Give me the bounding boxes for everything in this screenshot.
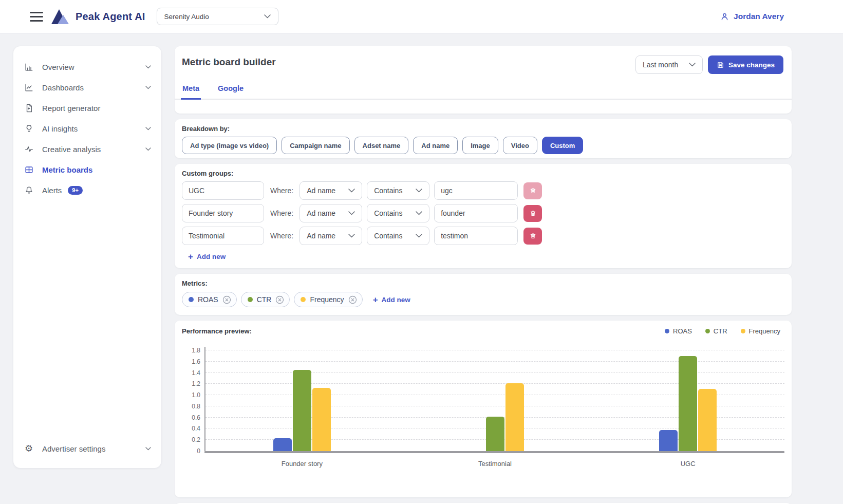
custom-groups-label: Custom groups:: [182, 170, 784, 177]
chevron-down-icon: [145, 86, 151, 89]
client-selector-value: Serenity Audio: [164, 13, 209, 21]
remove-metric-icon[interactable]: [222, 295, 231, 304]
legend-color-dot: [741, 329, 745, 333]
gear-icon: ⚙: [24, 444, 34, 453]
app-name: Peak Agent AI: [76, 11, 145, 23]
metric-color-dot: [189, 297, 194, 302]
remove-metric-icon[interactable]: [348, 295, 357, 304]
save-changes-button[interactable]: Save changes: [708, 55, 783, 74]
remove-metric-icon[interactable]: [275, 295, 284, 304]
custom-groups-card: Custom groups: Where: Ad name Contains W…: [175, 164, 792, 268]
preview-label: Performance preview:: [182, 327, 252, 335]
date-range-selector[interactable]: Last month: [635, 55, 703, 74]
document-icon: [24, 103, 34, 113]
breakdown-video[interactable]: Video: [503, 137, 537, 154]
field-select[interactable]: Ad name: [299, 181, 362, 200]
match-value-input[interactable]: [434, 181, 518, 200]
grid-icon: [24, 165, 34, 175]
sidebar-nav: Overview Dashboards Report generator AI …: [24, 57, 151, 438]
group-name-input[interactable]: [182, 227, 264, 245]
user-menu[interactable]: Jordan Avery: [720, 12, 784, 22]
sidebar-item-metric-boards[interactable]: Metric boards: [24, 159, 151, 180]
operator-select[interactable]: Contains: [367, 227, 429, 245]
field-select[interactable]: Ad name: [299, 204, 362, 222]
user-icon: [720, 12, 729, 22]
bar-ctr: [679, 356, 697, 451]
y-tick-label: 0: [182, 447, 200, 455]
chevron-down-icon: [416, 234, 422, 238]
board-header-card: Metric board builder Last month Save cha…: [175, 46, 792, 114]
trash-icon: [530, 187, 536, 194]
bell-icon: [24, 185, 34, 195]
chevron-down-icon: [145, 127, 151, 130]
delete-group-button[interactable]: [523, 228, 542, 245]
x-category-label: Testimonial: [399, 460, 592, 468]
custom-group-row: Where: Ad name Contains: [182, 227, 784, 245]
sidebar-item-overview[interactable]: Overview: [24, 57, 151, 77]
sidebar-item-ai-insights[interactable]: AI insights: [24, 118, 151, 139]
breakdown-campaign-name[interactable]: Campaign name: [282, 137, 349, 154]
breakdown-custom[interactable]: Custom: [542, 137, 583, 154]
operator-select[interactable]: Contains: [367, 204, 429, 222]
sidebar-item-advertiser-settings[interactable]: ⚙ Advertiser settings: [24, 438, 151, 459]
legend-color-dot: [705, 329, 710, 333]
client-selector[interactable]: Serenity Audio: [157, 8, 278, 25]
legend-item-ctr[interactable]: CTR: [705, 327, 727, 335]
chevron-down-icon: [145, 147, 151, 151]
x-category-label: Founder story: [205, 460, 399, 468]
custom-group-rows: Where: Ad name Contains Where: Ad name C…: [182, 181, 784, 245]
y-tick-label: 0.6: [182, 414, 200, 421]
group-name-input[interactable]: [182, 181, 264, 200]
breakdown-options: Ad type (image vs video)Campaign nameAds…: [182, 137, 784, 154]
plus-icon: +: [188, 252, 193, 261]
chart-plot: 00.20.40.60.81.01.21.41.61.8: [205, 350, 784, 451]
match-value-input[interactable]: [434, 204, 518, 222]
add-metric-label: Add new: [382, 296, 410, 304]
delete-group-button[interactable]: [523, 205, 542, 222]
add-metric-button[interactable]: + Add new: [373, 295, 410, 304]
menu-icon[interactable]: [30, 12, 43, 22]
platform-tabs: MetaGoogle: [175, 84, 792, 100]
y-tick-label: 1.0: [182, 391, 200, 399]
bar-ctr: [486, 417, 504, 452]
save-changes-label: Save changes: [728, 61, 775, 69]
match-value-input[interactable]: [434, 227, 518, 245]
sidebar-item-dashboards[interactable]: Dashboards: [24, 77, 151, 98]
breakdown-image[interactable]: Image: [462, 137, 498, 154]
date-range-value: Last month: [643, 61, 678, 69]
custom-group-row: Where: Ad name Contains: [182, 204, 784, 222]
delete-group-button[interactable]: [523, 182, 542, 199]
legend-item-frequency[interactable]: Frequency: [741, 327, 780, 335]
bar-roas: [273, 438, 292, 451]
bar-frequency: [312, 388, 331, 451]
y-tick-label: 1.6: [182, 358, 200, 365]
y-tick-label: 0.4: [182, 425, 200, 432]
breakdown-label: Breakdown by:: [182, 125, 784, 133]
field-select[interactable]: Ad name: [299, 227, 362, 245]
sidebar-footer: ⚙ Advertiser settings: [24, 438, 151, 459]
line-chart-icon: [24, 83, 34, 92]
sidebar-item-creative-analysis[interactable]: Creative analysis: [24, 139, 151, 159]
sidebar-item-report-generator[interactable]: Report generator: [24, 98, 151, 118]
chevron-down-icon: [145, 447, 151, 451]
tab-meta[interactable]: Meta: [181, 84, 201, 100]
legend-item-roas[interactable]: ROAS: [665, 327, 692, 335]
tab-google[interactable]: Google: [216, 84, 245, 100]
group-name-input[interactable]: [182, 204, 264, 222]
breakdown-adset-name[interactable]: Adset name: [354, 137, 409, 154]
breakdown-ad-type-image-vs-video[interactable]: Ad type (image vs video): [182, 137, 277, 154]
bar-group-ugc: [591, 350, 784, 451]
trash-icon: [530, 232, 536, 239]
breakdown-ad-name[interactable]: Ad name: [413, 137, 458, 154]
sidebar-item-alerts[interactable]: Alerts 9+: [24, 180, 151, 200]
where-label: Where:: [270, 209, 293, 217]
chevron-down-icon: [416, 189, 422, 193]
operator-select[interactable]: Contains: [367, 181, 429, 200]
metrics-label: Metrics:: [182, 279, 784, 287]
x-category-label: UGC: [591, 460, 784, 468]
chevron-down-icon: [145, 65, 151, 69]
add-group-button[interactable]: + Add new: [188, 252, 226, 261]
metric-color-dot: [301, 297, 306, 302]
bar-chart-icon: [24, 62, 34, 72]
metric-chip-roas: ROAS: [182, 292, 237, 307]
